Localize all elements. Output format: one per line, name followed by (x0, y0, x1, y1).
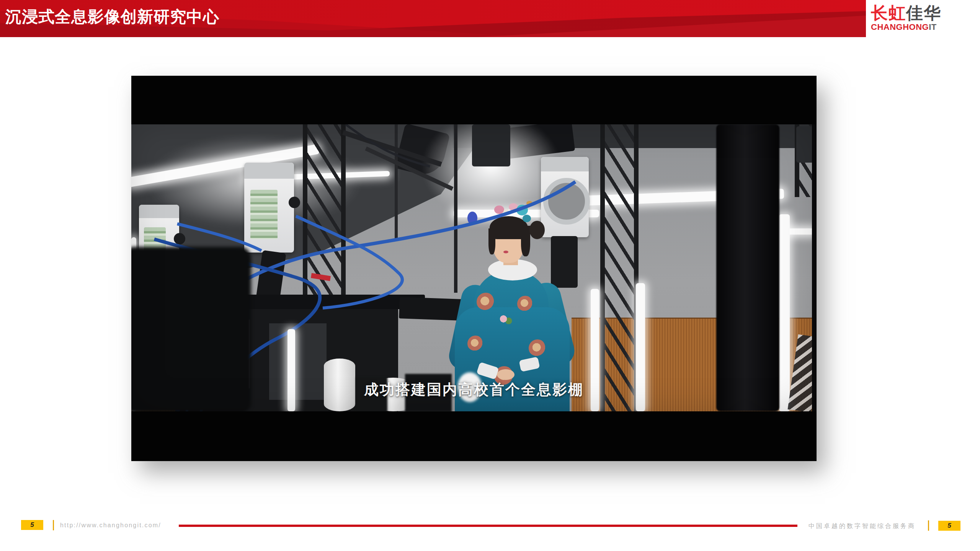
headdress-flower-teal (516, 205, 528, 215)
letterbox-top (131, 76, 817, 124)
footer-url: http://www.changhongit.com/ (60, 522, 161, 529)
footer-red-line (179, 525, 797, 527)
camera-rig-center-mast (551, 236, 578, 288)
camera-rig-mid (244, 163, 294, 253)
embroidery-medallion (477, 293, 495, 311)
changhong-logo: 长虹佳华 CHANGHONGIT (871, 5, 959, 31)
video-frame[interactable]: 成功搭建国内高校首个全息影棚 (131, 76, 817, 461)
rig-cap (541, 157, 589, 171)
performer-hands (497, 369, 514, 380)
right-edge-pillar (812, 124, 817, 411)
performer-hair-side-left (488, 228, 495, 254)
logo-en-gray: IT (929, 22, 937, 32)
performer-hair-bun (529, 221, 545, 239)
truss-tower-right (600, 124, 639, 411)
slide: 沉浸式全息影像创新研究中心 长虹佳华 CHANGHONGIT (0, 0, 980, 551)
foreground-pillar (716, 124, 779, 411)
footer-tagline: 中国卓越的数字智能综合服务商 (808, 522, 916, 530)
stand-pole-left (395, 124, 398, 239)
stand-pole-center (454, 124, 457, 293)
rig-cap (139, 205, 179, 218)
studio-scene: 成功搭建国内高校首个全息影棚 (131, 124, 817, 411)
footer-divider-right (928, 520, 929, 531)
page-number-badge-right: 5 (938, 521, 960, 531)
page-number-badge-left: 5 (21, 520, 43, 530)
truss-tower-left (303, 124, 346, 297)
headdress-ornament-gold (526, 201, 532, 205)
headdress-flower-white (503, 209, 509, 214)
video-subtitle: 成功搭建国内高校首个全息影棚 (131, 380, 817, 399)
embroidery-medallion (529, 339, 546, 357)
headdress-flower-teal-2 (523, 215, 531, 222)
logo-cn-red: 长虹 (871, 3, 906, 22)
headdress-flower-blue (467, 212, 477, 225)
letterbox-bottom (131, 411, 817, 461)
logo-en-red: CHANGHONG (871, 22, 929, 32)
performer-lips (503, 251, 508, 253)
headdress-flower-pink (494, 205, 504, 214)
header-bar: 沉浸式全息影像创新研究中心 (0, 0, 866, 37)
embroidery-medallion (467, 336, 483, 352)
logo-english: CHANGHONGIT (871, 23, 959, 31)
rig-circuit-board (250, 190, 278, 239)
page-title: 沉浸式全息影像创新研究中心 (5, 6, 219, 28)
performer-hair-side-right (521, 226, 530, 256)
embroidery-flower-sprig (500, 315, 513, 325)
overhead-camera-unit (472, 124, 510, 166)
logo-cn-gray: 佳华 (906, 3, 941, 22)
camera-lens-knob (174, 233, 185, 245)
logo-chinese: 长虹佳华 (871, 5, 959, 21)
embroidery-medallion (517, 296, 533, 312)
camera-ring-mount (543, 178, 590, 225)
rig-cap (244, 163, 294, 179)
footer-divider-left (53, 520, 54, 530)
